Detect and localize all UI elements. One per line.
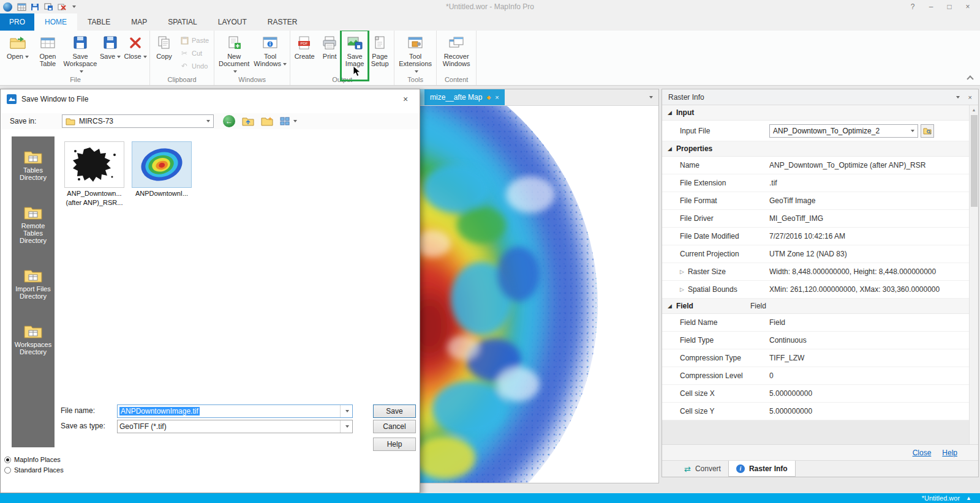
browse-input-file-button[interactable] xyxy=(921,124,934,138)
info-icon: i xyxy=(736,464,745,473)
tool-extensions-button[interactable]: Tool Extensions xyxy=(396,31,434,75)
new-document-icon xyxy=(226,34,242,51)
property-row-cell-size-x: Cell size X 5.000000000 xyxy=(662,385,969,403)
save-workspace-button[interactable]: Save Workspace xyxy=(63,31,97,75)
standard-places-radio[interactable]: Standard Places xyxy=(4,466,64,474)
map-document-tab[interactable]: mize__afte Map ◆ × xyxy=(424,89,505,105)
scrollbar-thumb[interactable] xyxy=(971,115,978,207)
up-one-level-icon[interactable] xyxy=(242,116,254,126)
close-window-button[interactable]: × xyxy=(959,0,977,13)
section-input[interactable]: ◢ Input xyxy=(662,105,969,121)
expanded-icon[interactable]: ◢ xyxy=(668,146,672,152)
statusbar-workspace-label[interactable]: *Untitled.wor xyxy=(922,494,960,502)
save-button[interactable]: Save xyxy=(98,31,123,75)
new-folder-icon[interactable] xyxy=(261,116,273,126)
back-icon[interactable]: ← xyxy=(223,115,235,127)
scrollbar[interactable]: ▲ xyxy=(969,105,978,444)
cancel-button[interactable]: Cancel xyxy=(373,420,416,433)
file-list[interactable]: ANP_Downtown... (after ANP)_RSR... ANPDo… xyxy=(56,136,420,402)
tab-spatial[interactable]: SPATIAL xyxy=(157,13,208,31)
help-button[interactable]: Help xyxy=(373,438,416,451)
tab-layout[interactable]: LAYOUT xyxy=(208,13,257,31)
close-button[interactable]: Close xyxy=(123,31,148,75)
clipboard-small-buttons: Paste ✂ Cut ↶ Undo xyxy=(177,31,212,75)
ribbon-group-content: Recover Windows Content xyxy=(437,31,477,85)
save-workspace-icon[interactable] xyxy=(30,2,40,12)
tab-home[interactable]: HOME xyxy=(34,13,77,31)
print-button[interactable]: Print xyxy=(317,31,342,75)
create-button[interactable]: PDF Create xyxy=(292,31,317,75)
chevron-down-icon xyxy=(283,63,287,65)
tab-table[interactable]: TABLE xyxy=(77,13,121,31)
section-field[interactable]: ◢ Field Field xyxy=(662,299,969,314)
tab-map[interactable]: MAP xyxy=(121,13,157,31)
dialog-close-icon[interactable]: × xyxy=(398,94,413,104)
expanded-icon[interactable]: ◢ xyxy=(668,110,672,116)
tab-raster[interactable]: RASTER xyxy=(257,13,308,31)
new-document-button[interactable]: New Document xyxy=(216,31,252,75)
group-label-tools: Tools xyxy=(396,75,434,85)
property-row-current-projection: Current Projection UTM Zone 12 (NAD 83) xyxy=(662,245,969,263)
sidebar-item-remote-tables-directory[interactable]: Remote Tables Directory xyxy=(13,206,53,244)
collapsed-icon[interactable]: ▷ xyxy=(680,269,684,275)
close-map-tab-icon[interactable]: × xyxy=(495,94,499,101)
help-link[interactable]: Help xyxy=(942,449,957,457)
save-image-button[interactable]: Save Image xyxy=(342,31,367,75)
save-workspace-icon xyxy=(73,34,88,51)
minimize-button[interactable]: – xyxy=(922,0,940,13)
close-link[interactable]: Close xyxy=(913,449,932,457)
help-button[interactable]: ? xyxy=(903,0,922,13)
panel-menu-chevron-icon[interactable] xyxy=(956,96,960,99)
folder-icon xyxy=(66,117,75,125)
tab-pro[interactable]: PRO xyxy=(0,13,34,31)
qat-menu-chevron-icon[interactable] xyxy=(72,6,76,8)
sidebar-item-tables-directory[interactable]: Tables Directory xyxy=(13,150,53,181)
page-setup-button[interactable]: Page Setup xyxy=(368,31,392,75)
save-table-icon[interactable] xyxy=(43,2,53,12)
property-row-file-date-modified: File Date Modified 7/27/2016 10:42:16 AM xyxy=(662,228,969,245)
scroll-up-icon[interactable]: ▲ xyxy=(972,105,976,114)
mapinfo-places-radio[interactable]: MapInfo Places xyxy=(4,456,64,463)
chevron-down-icon xyxy=(345,425,349,428)
open-button[interactable]: Open xyxy=(3,31,32,75)
map-view[interactable] xyxy=(420,106,658,483)
recover-windows-button[interactable]: Recover Windows xyxy=(439,31,474,75)
property-row-compression-level: Compression Level 0 xyxy=(662,367,969,385)
file-name-input[interactable]: ANPDowntownImage.tif xyxy=(117,404,353,418)
expanded-icon[interactable]: ◢ xyxy=(668,303,672,309)
collapsed-icon[interactable]: ▷ xyxy=(680,286,684,292)
open-table-button[interactable]: Open Table xyxy=(33,31,62,75)
property-row-spatial-bounds: ▷Spatial Bounds XMin: 261,120.000000000,… xyxy=(662,281,969,299)
ribbon-tab-bar: PRO HOME TABLE MAP SPATIAL LAYOUT RASTER xyxy=(0,13,980,31)
paste-button: Paste xyxy=(180,36,209,45)
save-in-combobox[interactable]: MIRCS-73 xyxy=(62,114,214,128)
dialog-titlebar: Save Window to File × xyxy=(1,89,420,108)
tab-raster-info[interactable]: i Raster Info xyxy=(728,461,796,477)
close-panel-icon[interactable]: × xyxy=(968,94,972,101)
close-all-icon[interactable] xyxy=(57,2,67,12)
input-file-combobox[interactable]: ANP_Downtown_To_Optimize_2 xyxy=(769,124,918,138)
collapse-ribbon-icon[interactable] xyxy=(967,75,973,82)
open-table-icon[interactable] xyxy=(17,2,26,12)
section-properties[interactable]: ◢ Properties xyxy=(662,141,969,157)
view-menu-button[interactable] xyxy=(280,117,297,125)
file-item-selected[interactable]: ANPDowntownI... xyxy=(129,141,194,197)
create-pdf-icon: PDF xyxy=(296,34,312,51)
save-dialog-button[interactable]: Save xyxy=(373,404,416,418)
tab-convert[interactable]: ⇄ Convert xyxy=(677,461,728,477)
save-as-type-label: Save as type: xyxy=(61,422,105,430)
tab-list-chevron-icon[interactable] xyxy=(649,96,653,99)
window-title: *Untitled.wor - MapInfo Pro xyxy=(0,2,980,11)
copy-button[interactable]: Copy xyxy=(152,31,176,75)
sidebar-item-workspaces-directory[interactable]: Workspaces Directory xyxy=(13,324,53,356)
sidebar-item-import-files-directory[interactable]: Import Files Directory xyxy=(13,269,53,300)
folder-table-icon xyxy=(24,206,42,220)
cut-button: ✂ Cut xyxy=(180,49,209,58)
maximize-button[interactable]: □ xyxy=(940,0,959,13)
chevron-down-icon xyxy=(143,56,147,58)
save-as-type-combobox[interactable]: GeoTIFF (*.tif) xyxy=(117,420,353,433)
statusbar-up-triangle-icon[interactable]: ▲ xyxy=(966,495,971,501)
modified-diamond-icon: ◆ xyxy=(486,94,491,100)
tool-windows-button[interactable]: Tool Windows xyxy=(252,31,288,75)
file-item[interactable]: ANP_Downtown... (after ANP)_RSR... xyxy=(62,141,127,206)
